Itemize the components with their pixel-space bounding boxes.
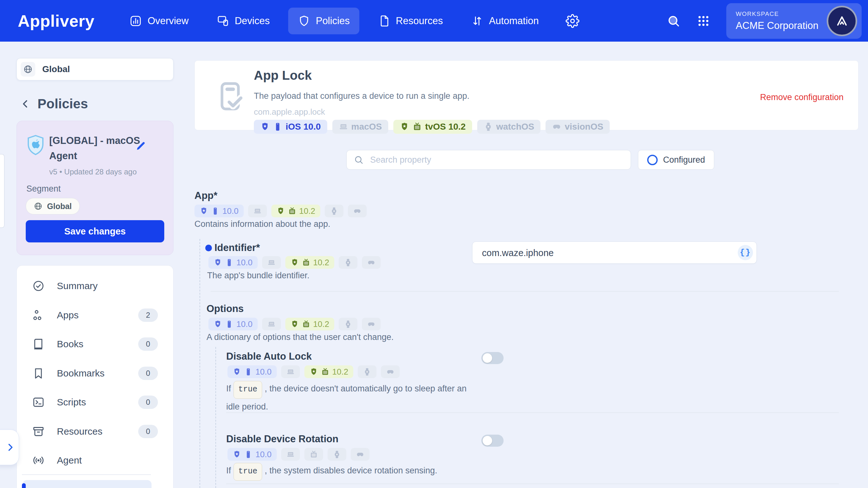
nav-item-overview[interactable]: Overview xyxy=(120,8,198,34)
selected-payload-item[interactable] xyxy=(23,480,152,488)
platform-badge-ios: 10.0 xyxy=(227,448,277,461)
modified-dot-indicator xyxy=(205,245,212,251)
watch-icon xyxy=(363,368,371,376)
menu-label: Scripts xyxy=(57,397,86,407)
chevron-right-icon xyxy=(5,442,16,453)
platform-version: 10.0 xyxy=(222,206,239,216)
menu-label: Resources xyxy=(57,426,102,437)
nav-label: Automation xyxy=(489,15,539,27)
configured-label: Configured xyxy=(663,155,705,165)
policy-sidebar: Global Policies [GLOBAL] - macOS Agent v… xyxy=(6,41,189,488)
platform-badge-watchos: watchOS xyxy=(477,120,541,134)
collapsed-panel-tab[interactable] xyxy=(0,154,4,228)
edit-pencil-icon[interactable] xyxy=(135,140,147,152)
platform-badge-watchos xyxy=(339,256,358,269)
nav-item-policies[interactable]: Policies xyxy=(288,8,359,34)
iphone-icon xyxy=(244,450,253,459)
platform-label: macOS xyxy=(351,122,382,132)
apps-grid-icon[interactable] xyxy=(696,14,710,28)
menu-label: Books xyxy=(57,339,83,349)
vision-headset-icon xyxy=(356,450,365,459)
search-property-input[interactable] xyxy=(370,155,631,165)
section-divider xyxy=(211,291,839,292)
sidebar-item-scripts[interactable]: Scripts 0 xyxy=(17,388,173,417)
platform-badges-row: 10.0 10.2 xyxy=(194,205,367,217)
iphone-icon xyxy=(211,207,220,215)
laptop-icon xyxy=(286,450,295,459)
count-badge: 0 xyxy=(138,367,158,380)
segment-chip-label: Global xyxy=(47,202,72,211)
segment-chip[interactable]: Global xyxy=(26,198,80,214)
save-changes-button[interactable]: Save changes xyxy=(26,220,164,242)
property-description-app: Contains information about the app. xyxy=(194,219,331,229)
platform-badge-watchos xyxy=(358,365,376,378)
platform-badge-macos xyxy=(281,448,300,461)
configured-filter-button[interactable]: Configured xyxy=(638,150,714,170)
radio-circle-icon xyxy=(647,155,658,165)
indent-guide-line xyxy=(215,347,216,488)
disable-auto-lock-toggle[interactable] xyxy=(481,352,503,364)
workspace-switcher[interactable]: WORKSPACE ACME Corporation xyxy=(726,3,862,39)
platform-badge-visionos xyxy=(381,365,400,378)
vision-headset-icon xyxy=(367,258,376,267)
if-label: If xyxy=(226,384,231,393)
tv-icon xyxy=(302,320,310,329)
iphone-icon xyxy=(244,368,253,376)
sidebar-item-summary[interactable]: Summary xyxy=(17,271,173,301)
sidebar-item-books[interactable]: Books 0 xyxy=(17,330,173,359)
tv-icon xyxy=(309,450,318,459)
platform-label: visionOS xyxy=(565,122,603,132)
expand-panel-button[interactable] xyxy=(0,430,19,465)
platform-badges-row: 10.0 xyxy=(227,448,370,461)
identifier-input[interactable] xyxy=(472,242,737,264)
workspace-name: ACME Corporation xyxy=(736,20,818,31)
count-badge: 0 xyxy=(138,425,158,438)
platform-badge-ios: 10.0 xyxy=(194,205,244,217)
nav-item-automation[interactable]: Automation xyxy=(461,8,548,34)
platform-badge-tvos xyxy=(304,448,323,461)
nav-item-resources[interactable]: Resources xyxy=(368,8,453,34)
scope-selector[interactable]: Global xyxy=(17,58,174,81)
laptop-icon xyxy=(286,368,295,376)
remove-configuration-link[interactable]: Remove configuration xyxy=(760,92,843,102)
menu-label: Apps xyxy=(57,310,79,321)
sidebar-item-agent[interactable]: Agent xyxy=(17,446,173,475)
document-check-icon xyxy=(215,78,247,115)
sidebar-item-bookmarks[interactable]: Bookmarks 0 xyxy=(17,359,173,388)
applivery-logo[interactable]: Applivery xyxy=(18,11,94,30)
platform-badge-tvos: 10.2 xyxy=(285,318,335,330)
tv-icon xyxy=(302,258,310,267)
disable-device-rotation-toggle[interactable] xyxy=(481,435,503,447)
nav-item-devices[interactable]: Devices xyxy=(207,8,279,34)
apps-circles-icon xyxy=(32,309,45,322)
menu-label: Agent xyxy=(57,455,82,466)
variables-braces-button[interactable]: {} xyxy=(738,245,753,260)
platform-badge-watchos xyxy=(328,448,346,461)
watch-icon xyxy=(484,122,493,131)
search-icon[interactable] xyxy=(666,14,681,28)
platform-badge-visionos: visionOS xyxy=(546,120,609,134)
tv-icon xyxy=(412,122,422,131)
settings-gear-icon[interactable] xyxy=(565,14,580,28)
vision-headset-icon xyxy=(353,207,362,215)
bar-chart-icon xyxy=(129,14,142,27)
platform-version: 10.0 xyxy=(237,258,253,268)
payload-header-card: App Lock The payload that configures a d… xyxy=(194,60,859,130)
toggle-knob xyxy=(483,436,492,446)
iphone-icon xyxy=(225,320,234,329)
supervised-shield-icon xyxy=(232,368,241,376)
back-to-policies[interactable]: Policies xyxy=(20,96,88,112)
broadcast-icon xyxy=(32,454,45,467)
property-description-disable-device-rotation: Iftrue, the system disables device rotat… xyxy=(226,463,608,481)
sidebar-item-resources[interactable]: Resources 0 xyxy=(17,417,173,446)
sidebar-item-apps[interactable]: Apps 2 xyxy=(17,301,173,330)
devices-icon xyxy=(217,14,229,27)
vision-headset-icon xyxy=(386,368,395,376)
iphone-icon xyxy=(225,258,234,267)
platform-badges-row: 10.0 10.2 xyxy=(227,365,400,378)
platform-badge-visionos xyxy=(351,448,370,461)
property-description-identifier: The app's bundle identifier. xyxy=(207,271,309,280)
platform-badge-watchos xyxy=(325,205,343,217)
code-value-chip: true xyxy=(234,463,262,481)
globe-icon xyxy=(21,62,35,77)
